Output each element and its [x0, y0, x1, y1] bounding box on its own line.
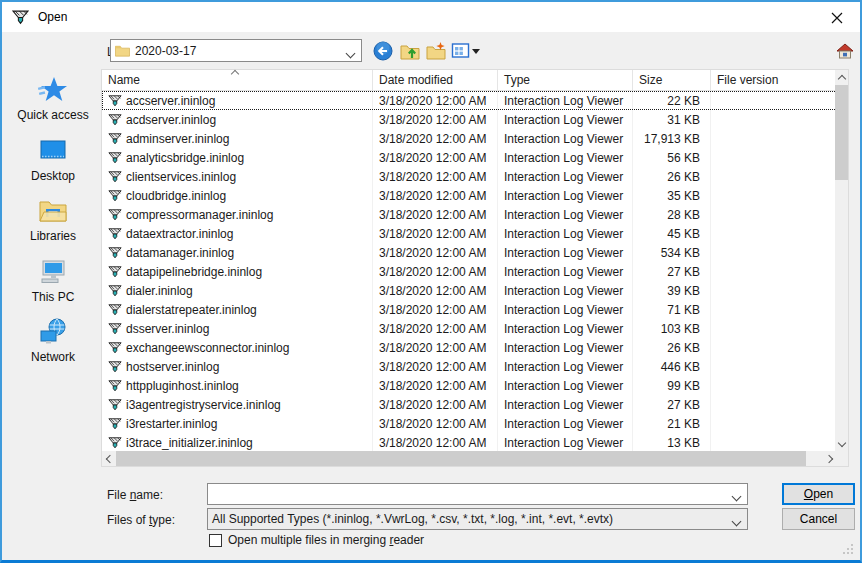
file-date-cell: 3/18/2020 12:00 AM	[373, 395, 498, 414]
file-size-cell: 31 KB	[633, 110, 711, 129]
table-row[interactable]: dataextractor.ininlog 3/18/2020 12:00 AM…	[102, 224, 837, 243]
new-folder-button[interactable]	[426, 41, 446, 61]
scroll-down-icon[interactable]	[835, 437, 848, 452]
sidebar-item-desktop[interactable]: Desktop	[8, 131, 98, 192]
view-menu-caret-icon[interactable]	[472, 49, 480, 54]
file-type-cell: Interaction Log Viewer	[498, 148, 633, 167]
file-name-cell: datapipelinebridge.ininlog	[102, 262, 373, 281]
file-name-cell: exchangeewsconnector.ininlog	[102, 338, 373, 357]
table-row[interactable]: i3trace_initializer.ininlog 3/18/2020 12…	[102, 433, 837, 452]
file-name-cell: compressormanager.ininlog	[102, 205, 373, 224]
sort-ascending-icon	[231, 70, 239, 78]
column-header-date-modified[interactable]: Date modified	[373, 70, 498, 90]
file-date-cell: 3/18/2020 12:00 AM	[373, 319, 498, 338]
file-size-cell: 71 KB	[633, 300, 711, 319]
table-row[interactable]: datamanager.ininlog 3/18/2020 12:00 AM I…	[102, 243, 837, 262]
merge-reader-checkbox-label: Open multiple files in merging reader	[228, 533, 424, 547]
table-row[interactable]: i3restarter.ininlog 3/18/2020 12:00 AM I…	[102, 414, 837, 433]
desktop-home-button[interactable]	[835, 41, 855, 61]
scroll-left-icon[interactable]	[102, 451, 115, 466]
table-row[interactable]: dialerstatrepeater.ininlog 3/18/2020 12:…	[102, 300, 837, 319]
file-version-cell	[711, 205, 837, 224]
files-of-type-value: All Supported Types (*.ininlog, *.VwrLog…	[212, 512, 613, 526]
window-title: Open	[38, 10, 67, 24]
file-type-cell: Interaction Log Viewer	[498, 376, 633, 395]
places-sidebar: Quick access Desktop Libraries	[8, 70, 98, 373]
file-size-cell: 26 KB	[633, 167, 711, 186]
look-in-dropdown[interactable]: 2020-03-17	[110, 39, 362, 62]
file-version-cell	[711, 224, 837, 243]
file-date-cell: 3/18/2020 12:00 AM	[373, 300, 498, 319]
vertical-scrollbar[interactable]	[835, 70, 848, 452]
column-header-type[interactable]: Type	[498, 70, 633, 90]
file-date-cell: 3/18/2020 12:00 AM	[373, 129, 498, 148]
file-type-cell: Interaction Log Viewer	[498, 414, 633, 433]
file-type-cell: Interaction Log Viewer	[498, 205, 633, 224]
interaction-log-file-icon	[108, 322, 122, 336]
resize-grip[interactable]	[842, 543, 854, 555]
interaction-log-file-icon	[108, 360, 122, 374]
table-row[interactable]: exchangeewsconnector.ininlog 3/18/2020 1…	[102, 338, 837, 357]
file-size-cell: 27 KB	[633, 395, 711, 414]
column-header-name[interactable]: Name	[102, 70, 373, 90]
table-row[interactable]: cloudbridge.ininlog 3/18/2020 12:00 AM I…	[102, 186, 837, 205]
sidebar-item-libraries[interactable]: Libraries	[8, 191, 98, 252]
file-size-cell: 99 KB	[633, 376, 711, 395]
files-of-type-dropdown[interactable]: All Supported Types (*.ininlog, *.VwrLog…	[207, 508, 748, 530]
cancel-button[interactable]: Cancel	[782, 508, 855, 530]
file-list: Name Date modified Type Size File versio…	[101, 69, 849, 467]
file-size-cell: 103 KB	[633, 319, 711, 338]
sidebar-item-quick-access[interactable]: Quick access	[8, 70, 98, 131]
table-row[interactable]: clientservices.ininlog 3/18/2020 12:00 A…	[102, 167, 837, 186]
back-button[interactable]	[373, 41, 393, 61]
open-dialog: Open Look in: 2020-03-17	[0, 0, 862, 563]
close-button[interactable]	[828, 9, 846, 27]
table-row[interactable]: dsserver.ininlog 3/18/2020 12:00 AM Inte…	[102, 319, 837, 338]
file-date-cell: 3/18/2020 12:00 AM	[373, 433, 498, 452]
table-row[interactable]: httppluginhost.ininlog 3/18/2020 12:00 A…	[102, 376, 837, 395]
up-one-level-button[interactable]	[400, 41, 420, 61]
column-header-size[interactable]: Size	[633, 70, 711, 90]
open-button[interactable]: Open	[782, 483, 855, 505]
merge-reader-checkbox[interactable]	[209, 534, 222, 547]
file-version-cell	[711, 186, 837, 205]
file-size-cell: 35 KB	[633, 186, 711, 205]
file-name-cell: cloudbridge.ininlog	[102, 186, 373, 205]
horizontal-scrollbar-thumb[interactable]	[116, 451, 806, 466]
file-name-cell: i3restarter.ininlog	[102, 414, 373, 433]
table-row[interactable]: datapipelinebridge.ininlog 3/18/2020 12:…	[102, 262, 837, 281]
interaction-log-file-icon	[108, 94, 122, 108]
merge-reader-option[interactable]: Open multiple files in merging reader	[209, 533, 424, 547]
view-menu-button[interactable]	[451, 41, 471, 61]
file-name-cell: accserver.ininlog	[102, 91, 373, 110]
chevron-down-icon	[732, 517, 742, 527]
file-name-cell: analyticsbridge.ininlog	[102, 148, 373, 167]
file-size-cell: 21 KB	[633, 414, 711, 433]
table-row[interactable]: accserver.ininlog 3/18/2020 12:00 AM Int…	[102, 91, 837, 110]
sidebar-item-label: Libraries	[30, 229, 76, 243]
file-name-cell: hostserver.ininlog	[102, 357, 373, 376]
table-row[interactable]: adminserver.ininlog 3/18/2020 12:00 AM I…	[102, 129, 837, 148]
table-row[interactable]: analyticsbridge.ininlog 3/18/2020 12:00 …	[102, 148, 837, 167]
file-name-cell: dataextractor.ininlog	[102, 224, 373, 243]
horizontal-scrollbar[interactable]	[102, 451, 837, 466]
file-size-cell: 28 KB	[633, 205, 711, 224]
file-version-cell	[711, 281, 837, 300]
file-name-input[interactable]	[207, 483, 748, 505]
table-row[interactable]: compressormanager.ininlog 3/18/2020 12:0…	[102, 205, 837, 224]
sidebar-item-network[interactable]: Network	[8, 312, 98, 373]
table-row[interactable]: dialer.ininlog 3/18/2020 12:00 AM Intera…	[102, 281, 837, 300]
interaction-log-file-icon	[108, 170, 122, 184]
table-row[interactable]: acdserver.ininlog 3/18/2020 12:00 AM Int…	[102, 110, 837, 129]
interaction-log-file-icon	[108, 208, 122, 222]
sidebar-item-this-pc[interactable]: This PC	[8, 252, 98, 313]
file-size-cell: 39 KB	[633, 281, 711, 300]
sidebar-item-label: Desktop	[31, 169, 75, 183]
file-name-cell: acdserver.ininlog	[102, 110, 373, 129]
file-version-cell	[711, 167, 837, 186]
vertical-scrollbar-thumb[interactable]	[835, 85, 848, 180]
column-header-file-version[interactable]: File version	[711, 70, 835, 90]
scroll-up-icon[interactable]	[835, 70, 848, 85]
table-row[interactable]: i3agentregistryservice.ininlog 3/18/2020…	[102, 395, 837, 414]
table-row[interactable]: hostserver.ininlog 3/18/2020 12:00 AM In…	[102, 357, 837, 376]
